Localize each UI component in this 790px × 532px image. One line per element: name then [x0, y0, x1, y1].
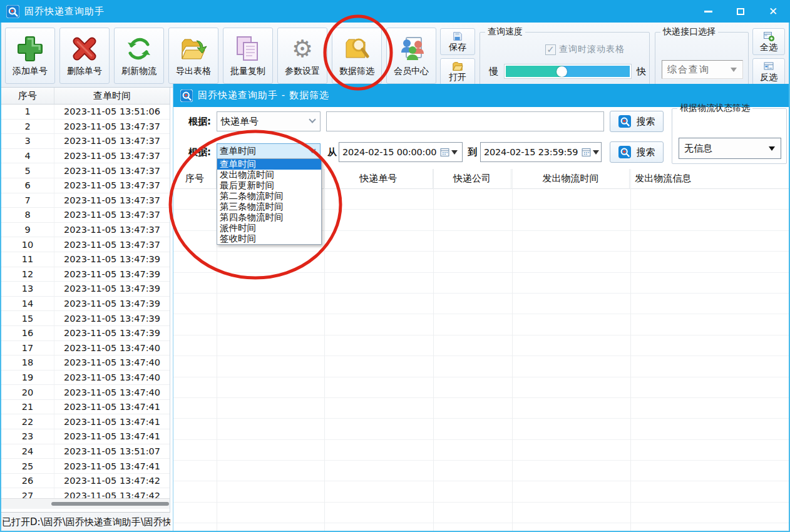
table-row[interactable]: 152023-11-05 13:47:39 [1, 311, 170, 326]
interface-select[interactable]: 综合查询 [662, 60, 743, 79]
toolbar-button-add-order[interactable]: 添加单号 [5, 28, 55, 84]
search-button-2-label: 搜索 [637, 146, 655, 158]
table-row[interactable]: 202023-11-05 13:47:40 [1, 385, 170, 400]
table-row[interactable]: 32023-11-05 13:47:37 [1, 134, 170, 149]
select-all-button[interactable]: 全选 [752, 28, 785, 55]
search-logo-icon [618, 115, 631, 128]
toolbar-button-label: 添加单号 [13, 66, 48, 77]
dropdown-option[interactable]: 派件时间 [217, 223, 321, 233]
result-column-header[interactable]: 序号 [173, 169, 217, 188]
table-row[interactable]: 12023-11-05 13:51:06 [1, 105, 170, 120]
filter1-value-input[interactable] [326, 111, 604, 131]
toolbar-button-refresh-logistics[interactable]: 刷新物流 [114, 28, 164, 84]
result-column-header[interactable]: 发出物流信息 [630, 169, 789, 188]
to-date-input[interactable]: 2024-02-15 23:59:59 [480, 142, 602, 162]
toolbar-button-label: 参数设置 [285, 66, 320, 77]
minimize-button[interactable] [700, 3, 716, 19]
status-filter-select[interactable]: 无信息 [679, 138, 781, 159]
scrollbar-thumb[interactable] [51, 502, 169, 506]
toolbar-button-batch-copy[interactable]: 批量复制 [223, 28, 273, 84]
row-index-cell: 6 [1, 178, 54, 193]
result-column-header[interactable]: 快递公司 [433, 169, 512, 188]
table-row[interactable]: 82023-11-05 13:47:37 [1, 208, 170, 223]
row-index-cell: 18 [1, 356, 54, 370]
table-row[interactable]: 122023-11-05 13:47:39 [1, 267, 170, 282]
from-date-value: 2024-02-15 00:00:00 [342, 147, 436, 157]
minimize-icon [704, 11, 712, 13]
row-time-cell: 2023-11-05 13:47:42 [54, 488, 170, 498]
scroll-table-checkbox[interactable]: ✓ [545, 44, 556, 55]
row-index-cell: 3 [1, 134, 54, 148]
toolbar-button-export-table[interactable]: 导出表格 [168, 28, 218, 84]
horizontal-scrollbar[interactable] [1, 498, 170, 509]
table-row[interactable]: 172023-11-05 13:47:40 [1, 341, 170, 356]
table-row[interactable]: 232023-11-05 13:47:41 [1, 429, 170, 444]
row-time-cell: 2023-11-05 13:47:40 [54, 356, 170, 370]
table-row[interactable]: 142023-11-05 13:47:39 [1, 297, 170, 312]
table-row[interactable]: 252023-11-05 13:47:41 [1, 459, 170, 474]
row-time-cell: 2023-11-05 13:51:07 [54, 444, 170, 459]
table-row [173, 440, 789, 461]
table-row[interactable]: 222023-11-05 13:47:41 [1, 414, 170, 429]
from-date-input[interactable]: 2024-02-15 00:00:00 [339, 142, 463, 162]
dropdown-option[interactable]: 第三条物流时间 [217, 202, 321, 212]
column-header-query-time[interactable]: 查单时间 [54, 88, 170, 104]
dropdown-option[interactable]: 第四条物流时间 [217, 212, 321, 223]
to-label: 到 [468, 146, 477, 158]
close-button[interactable]: ✕ [765, 3, 781, 19]
order-list-header: 序号 查单时间 [1, 88, 170, 105]
table-row[interactable]: 132023-11-05 13:47:39 [1, 282, 170, 297]
result-column-header[interactable]: 发出物流时间 [511, 169, 630, 188]
table-row[interactable]: 112023-11-05 13:47:39 [1, 252, 170, 267]
table-row[interactable]: 92023-11-05 13:47:37 [1, 223, 170, 238]
table-row[interactable]: 102023-11-05 13:47:37 [1, 237, 170, 252]
row-time-cell: 2023-11-05 13:47:39 [54, 297, 170, 311]
save-button[interactable]: 保存 [440, 28, 475, 55]
table-row[interactable]: 52023-11-05 13:47:37 [1, 163, 170, 178]
toolbar: 添加单号删除单号刷新物流导出表格批量复制⚙参数设置数据筛选会员中心 保存 打开 … [0, 23, 790, 88]
dropdown-arrow-icon [731, 68, 737, 72]
table-row[interactable]: 62023-11-05 13:47:37 [1, 178, 170, 193]
search-button-2[interactable]: 搜索 [610, 141, 664, 163]
invert-select-button[interactable]: 反选 [752, 58, 785, 85]
dropdown-option[interactable]: 第二条物流时间 [217, 191, 321, 202]
table-row[interactable]: 272023-11-05 13:47:42 [1, 488, 170, 498]
table-row[interactable]: 162023-11-05 13:47:39 [1, 326, 170, 341]
filter2-field-select[interactable]: 查单时间 [217, 143, 321, 159]
row-time-cell: 2023-11-05 13:47:37 [54, 193, 170, 208]
save-icon [452, 31, 463, 42]
toolbar-button-member-center[interactable]: 会员中心 [386, 28, 436, 84]
dropdown-option[interactable]: 查单时间 [217, 159, 321, 170]
slider-thumb[interactable] [557, 66, 567, 77]
dropdown-option[interactable]: 签收时间 [217, 233, 321, 244]
dropdown-option[interactable]: 最后更新时间 [217, 180, 321, 191]
maximize-button[interactable] [732, 3, 749, 19]
filter1-field-select[interactable]: 快递单号 [217, 111, 321, 131]
row-time-cell: 2023-11-05 13:47:37 [54, 237, 170, 252]
toolbar-button-settings[interactable]: ⚙参数设置 [277, 28, 327, 84]
row-index-cell: 24 [1, 444, 54, 459]
table-row[interactable]: 72023-11-05 13:47:37 [1, 193, 170, 208]
table-row[interactable]: 262023-11-05 13:47:42 [1, 474, 170, 489]
toolbar-button-delete-order[interactable]: 删除单号 [59, 28, 110, 84]
result-column-header[interactable]: 快递单号 [324, 169, 433, 188]
member-icon [397, 33, 426, 64]
table-row[interactable]: 242023-11-05 13:51:07 [1, 444, 170, 459]
table-row[interactable]: 192023-11-05 13:47:40 [1, 371, 170, 386]
close-icon: ✕ [769, 6, 777, 17]
invert-select-icon [763, 61, 774, 72]
open-button[interactable]: 打开 [440, 58, 475, 85]
search-button-1[interactable]: 搜索 [610, 111, 664, 132]
table-row[interactable]: 22023-11-05 13:47:37 [1, 120, 170, 135]
speed-slider[interactable] [504, 64, 632, 79]
express-interface-group: 快递接口选择 综合查询 [655, 26, 749, 85]
table-row[interactable]: 42023-11-05 13:47:37 [1, 149, 170, 164]
row-time-cell: 2023-11-05 13:47:37 [54, 120, 170, 134]
table-row[interactable]: 182023-11-05 13:47:40 [1, 356, 170, 371]
column-header-index[interactable]: 序号 [1, 88, 54, 104]
row-time-cell: 2023-11-05 13:47:41 [54, 429, 170, 444]
dropdown-arrow-icon [769, 146, 775, 151]
toolbar-button-data-filter[interactable]: 数据筛选 [332, 28, 382, 84]
table-row[interactable]: 212023-11-05 13:47:41 [1, 400, 170, 415]
dropdown-option[interactable]: 发出物流时间 [217, 170, 321, 180]
